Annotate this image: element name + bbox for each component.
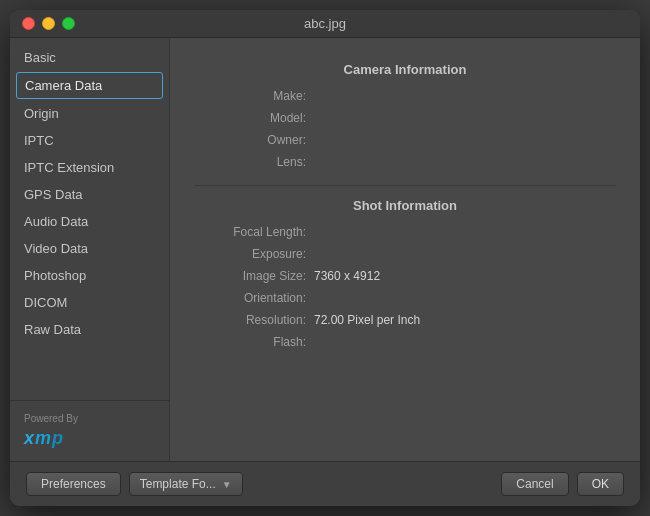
camera-lens-label: Lens: [194, 155, 314, 169]
preferences-button[interactable]: Preferences [26, 472, 121, 496]
close-button[interactable] [22, 17, 35, 30]
sidebar-item-audio-data[interactable]: Audio Data [10, 208, 169, 235]
exposure-row: Exposure: [194, 247, 616, 261]
image-size-row: Image Size: 7360 x 4912 [194, 269, 616, 283]
main-window: abc.jpg Basic Camera Data Origin IPTC IP… [10, 10, 640, 506]
footer-right: Cancel OK [501, 472, 624, 496]
maximize-button[interactable] [62, 17, 75, 30]
sidebar-footer: Powered By xmp [10, 400, 169, 461]
sidebar-item-camera-data[interactable]: Camera Data [16, 72, 163, 99]
sidebar: Basic Camera Data Origin IPTC IPTC Exten… [10, 38, 170, 461]
sidebar-item-origin[interactable]: Origin [10, 100, 169, 127]
sidebar-item-iptc[interactable]: IPTC [10, 127, 169, 154]
shot-section-header: Shot Information [194, 198, 616, 213]
image-size-label: Image Size: [194, 269, 314, 283]
template-dropdown-button[interactable]: Template Fo... ▼ [129, 472, 243, 496]
sidebar-item-gps-data[interactable]: GPS Data [10, 181, 169, 208]
exposure-label: Exposure: [194, 247, 314, 261]
content-area: Basic Camera Data Origin IPTC IPTC Exten… [10, 38, 640, 461]
sidebar-item-dicom[interactable]: DICOM [10, 289, 169, 316]
camera-info-table: Make: Model: Owner: Lens: [194, 89, 616, 169]
camera-section-header: Camera Information [194, 62, 616, 77]
minimize-button[interactable] [42, 17, 55, 30]
camera-model-row: Model: [194, 111, 616, 125]
titlebar: abc.jpg [10, 10, 640, 38]
sidebar-nav: Basic Camera Data Origin IPTC IPTC Exten… [10, 38, 169, 400]
chevron-down-icon: ▼ [222, 479, 232, 490]
powered-by-label: Powered By [24, 413, 155, 424]
orientation-label: Orientation: [194, 291, 314, 305]
focal-length-row: Focal Length: [194, 225, 616, 239]
camera-owner-row: Owner: [194, 133, 616, 147]
window-controls [22, 17, 75, 30]
sidebar-item-video-data[interactable]: Video Data [10, 235, 169, 262]
resolution-label: Resolution: [194, 313, 314, 327]
flash-row: Flash: [194, 335, 616, 349]
footer-left: Preferences Template Fo... ▼ [26, 472, 243, 496]
camera-make-label: Make: [194, 89, 314, 103]
sidebar-item-basic[interactable]: Basic [10, 44, 169, 71]
camera-make-row: Make: [194, 89, 616, 103]
orientation-row: Orientation: [194, 291, 616, 305]
footer: Preferences Template Fo... ▼ Cancel OK [10, 461, 640, 506]
resolution-value: 72.00 Pixel per Inch [314, 313, 616, 327]
camera-owner-label: Owner: [194, 133, 314, 147]
sidebar-item-photoshop[interactable]: Photoshop [10, 262, 169, 289]
main-panel: Camera Information Make: Model: Owner: L… [170, 38, 640, 461]
sidebar-item-iptc-extension[interactable]: IPTC Extension [10, 154, 169, 181]
xmp-logo: xmp [24, 428, 155, 449]
camera-model-label: Model: [194, 111, 314, 125]
flash-label: Flash: [194, 335, 314, 349]
section-divider [194, 185, 616, 186]
cancel-button[interactable]: Cancel [501, 472, 568, 496]
shot-info-table: Focal Length: Exposure: Image Size: 7360… [194, 225, 616, 349]
xmp-text: xmp [24, 428, 64, 449]
resolution-row: Resolution: 72.00 Pixel per Inch [194, 313, 616, 327]
focal-length-label: Focal Length: [194, 225, 314, 239]
sidebar-item-raw-data[interactable]: Raw Data [10, 316, 169, 343]
ok-button[interactable]: OK [577, 472, 624, 496]
camera-lens-row: Lens: [194, 155, 616, 169]
image-size-value: 7360 x 4912 [314, 269, 616, 283]
window-title: abc.jpg [304, 16, 346, 31]
